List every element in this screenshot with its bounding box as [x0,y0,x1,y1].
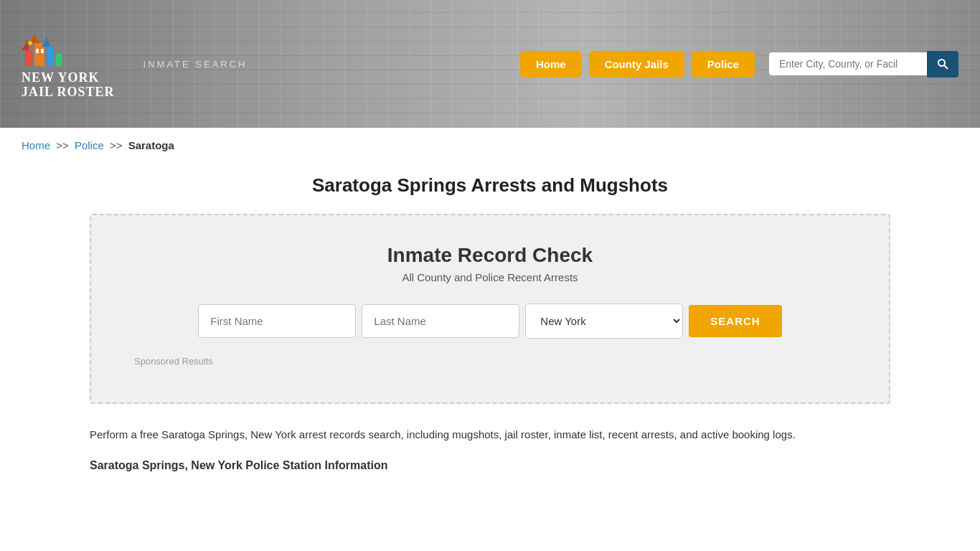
site-header: NEW YORK JAIL ROSTER INMATE SEARCH Home … [0,0,980,128]
main-nav: Home County Jails Police [520,51,755,77]
logo-icon [22,29,65,68]
site-logo[interactable]: NEW YORK JAIL ROSTER [22,29,115,100]
page-title: Saratoga Springs Arrests and Mugshots [0,174,980,197]
svg-point-9 [28,41,32,45]
page-title-section: Saratoga Springs Arrests and Mugshots [0,163,980,214]
svg-rect-3 [56,54,62,66]
sponsored-results-label: Sponsored Results [134,356,846,367]
breadcrumb-current: Saratoga [128,139,174,151]
svg-marker-4 [22,39,29,50]
breadcrumb-sep1: >> [56,139,69,151]
svg-rect-0 [25,50,32,66]
search-icon [937,58,948,70]
svg-point-10 [938,60,945,66]
inmate-search-form: AlabamaAlaskaArizonaArkansasCaliforniaCo… [134,303,846,339]
panel-subtitle: All County and Police Recent Arrests [134,271,846,283]
nav-police-button[interactable]: Police [692,51,755,77]
svg-rect-8 [41,49,44,53]
breadcrumb-home[interactable]: Home [22,139,50,151]
inmate-search-panel: Inmate Record Check All County and Polic… [90,214,890,404]
nav-county-jails-button[interactable]: County Jails [589,51,684,77]
breadcrumb-police[interactable]: Police [75,139,104,151]
breadcrumb-sep2: >> [110,139,123,151]
description-section: Perform a free Saratoga Springs, New Yor… [0,404,980,496]
breadcrumb: Home >> Police >> Saratoga [0,128,980,163]
header-search-area [769,51,958,77]
svg-rect-7 [36,49,39,53]
state-select[interactable]: AlabamaAlaskaArizonaArkansasCaliforniaCo… [525,303,683,339]
inmate-search-label: INMATE SEARCH [143,59,248,70]
header-search-input[interactable] [769,52,927,75]
nav-home-button[interactable]: Home [520,51,582,77]
svg-line-11 [944,65,948,69]
description-paragraph: Perform a free Saratoga Springs, New Yor… [90,425,890,444]
header-search-button[interactable] [927,51,958,77]
last-name-input[interactable] [362,304,519,338]
first-name-input[interactable] [198,304,356,338]
svg-rect-2 [47,47,54,66]
logo-text-line1: NEW YORK [22,71,100,85]
inmate-search-button[interactable]: SEARCH [689,305,781,337]
description-sub-heading: Saratoga Springs, New York Police Statio… [90,456,890,475]
panel-title: Inmate Record Check [134,244,846,267]
logo-text-line2: JAIL ROSTER [22,85,115,100]
svg-marker-6 [42,37,50,47]
